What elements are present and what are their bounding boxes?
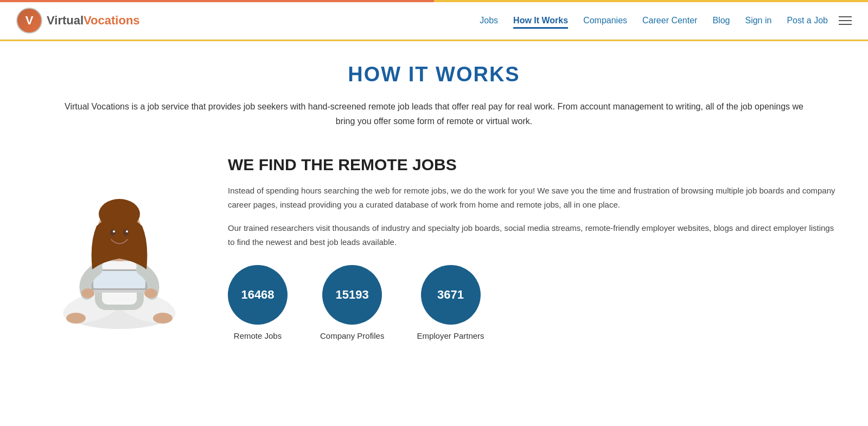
hamburger-line-3 xyxy=(839,24,852,25)
stat-item-company-profiles: 15193 Company Profiles xyxy=(320,265,384,340)
nav-right: Jobs How It Works Companies Career Cente… xyxy=(480,16,852,25)
svg-point-4 xyxy=(153,313,173,324)
stats-row: 16468 Remote Jobs 15193 Company Profiles… xyxy=(228,265,835,340)
nav-item-how-it-works[interactable]: How It Works xyxy=(513,16,568,25)
page-content: HOW IT WORKS Virtual Vocations is a job … xyxy=(16,41,852,362)
stat-circle-employer-partners: 3671 xyxy=(421,265,481,325)
stat-label-employer-partners: Employer Partners xyxy=(417,331,484,340)
nav-item-post-job[interactable]: Post a Job xyxy=(787,16,828,25)
stat-label-remote-jobs: Remote Jobs xyxy=(234,331,282,340)
stat-item-employer-partners: 3671 Employer Partners xyxy=(417,265,484,340)
nav-item-blog[interactable]: Blog xyxy=(712,16,730,25)
nav-item-sign-in[interactable]: Sign in xyxy=(745,16,771,25)
nav-link-jobs[interactable]: Jobs xyxy=(480,16,498,25)
stat-circle-remote-jobs: 16468 xyxy=(228,265,288,325)
stat-item-remote-jobs: 16468 Remote Jobs xyxy=(228,265,288,340)
nav-item-companies[interactable]: Companies xyxy=(583,16,627,25)
hamburger-line-2 xyxy=(839,20,852,21)
svg-point-10 xyxy=(81,288,94,298)
nav-links: Jobs How It Works Companies Career Cente… xyxy=(480,16,828,25)
stat-circle-company-profiles: 15193 xyxy=(322,265,382,325)
stat-value-employer-partners: 3671 xyxy=(437,288,464,302)
hamburger-line-1 xyxy=(839,16,852,17)
person-illustration xyxy=(38,156,201,340)
stat-value-company-profiles: 15193 xyxy=(336,288,369,302)
stat-label-company-profiles: Company Profiles xyxy=(320,331,384,340)
svg-point-3 xyxy=(66,313,86,324)
content-area: WE FIND THE REMOTE JOBS Instead of spend… xyxy=(228,156,835,340)
nav-link-post-job[interactable]: Post a Job xyxy=(787,16,828,25)
stat-value-remote-jobs: 16468 xyxy=(241,288,274,302)
svg-rect-9 xyxy=(93,271,145,288)
logo-area[interactable]: V VirtualVocations xyxy=(16,8,140,34)
main-section: WE FIND THE REMOTE JOBS Instead of spend… xyxy=(33,156,835,340)
section-paragraph-1: Instead of spending hours searching the … xyxy=(228,184,835,211)
nav-link-career-center[interactable]: Career Center xyxy=(642,16,697,25)
svg-point-16 xyxy=(123,229,129,236)
navbar: V VirtualVocations Jobs How It Works Com… xyxy=(0,2,868,40)
nav-item-jobs[interactable]: Jobs xyxy=(480,16,498,25)
brand-name: VirtualVocations xyxy=(47,14,140,28)
svg-point-14 xyxy=(99,199,140,229)
nav-item-career-center[interactable]: Career Center xyxy=(642,16,697,25)
svg-point-15 xyxy=(110,229,116,236)
svg-point-18 xyxy=(126,230,128,233)
nav-link-blog[interactable]: Blog xyxy=(712,16,730,25)
svg-point-17 xyxy=(113,230,115,233)
nav-link-sign-in[interactable]: Sign in xyxy=(745,16,771,25)
nav-link-how-it-works[interactable]: How It Works xyxy=(513,16,568,29)
section-paragraph-2: Our trained researchers visit thousands … xyxy=(228,221,835,249)
page-title: HOW IT WORKS xyxy=(33,63,835,86)
section-title: WE FIND THE REMOTE JOBS xyxy=(228,156,835,174)
hamburger-menu[interactable] xyxy=(839,16,852,25)
nav-link-companies[interactable]: Companies xyxy=(583,16,627,25)
image-area xyxy=(33,156,206,340)
intro-text: Virtual Vocations is a job service that … xyxy=(54,99,814,128)
logo-icon: V xyxy=(16,8,42,34)
svg-point-11 xyxy=(144,288,157,298)
